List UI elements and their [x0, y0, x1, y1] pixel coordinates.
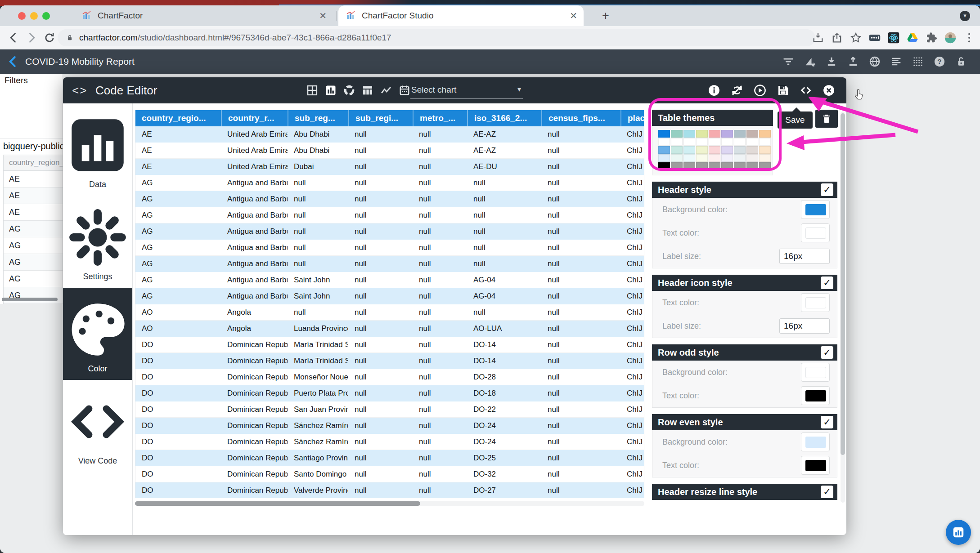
- color-swatch-button[interactable]: [801, 433, 830, 451]
- table-cell: null: [348, 401, 413, 417]
- table-cell: null: [541, 369, 620, 385]
- tab-close-icon[interactable]: ✕: [319, 10, 327, 21]
- theme-swatch-blue[interactable]: [658, 130, 670, 170]
- run-icon[interactable]: [753, 84, 767, 97]
- forward-icon[interactable]: [25, 31, 38, 44]
- reload-icon[interactable]: [43, 31, 56, 44]
- grid-chart-icon[interactable]: [306, 84, 319, 97]
- column-header[interactable]: sub_reg...: [288, 110, 348, 126]
- react-extension-icon[interactable]: [887, 31, 900, 44]
- tab-close-icon[interactable]: ✕: [570, 10, 577, 21]
- theme-swatch-lime[interactable]: [696, 130, 708, 170]
- profile-avatar[interactable]: [944, 31, 957, 44]
- color-swatch-button[interactable]: [801, 386, 830, 405]
- column-header[interactable]: plac...: [620, 110, 644, 126]
- theme-swatch-orange[interactable]: [759, 130, 771, 170]
- table-cell: null: [348, 353, 413, 369]
- window-close-button[interactable]: [18, 12, 26, 20]
- globe-icon[interactable]: [868, 55, 881, 68]
- section-enabled-checkbox[interactable]: ✓: [821, 183, 833, 196]
- color-swatch-button[interactable]: [801, 363, 830, 382]
- nav-item-settings[interactable]: Settings: [63, 196, 132, 288]
- label-size-input[interactable]: 16px: [779, 249, 830, 264]
- line-chart-icon[interactable]: [380, 84, 392, 97]
- theme-color-cell: [721, 138, 733, 146]
- theme-swatch-purple[interactable]: [721, 130, 733, 170]
- table-cell: Santiago Province: [288, 450, 348, 466]
- info-icon[interactable]: [707, 84, 721, 97]
- column-header[interactable]: iso_3166_2...: [467, 110, 541, 126]
- back-icon[interactable]: [7, 31, 20, 44]
- add-chart-fab[interactable]: [946, 520, 971, 545]
- tab-chartfactor[interactable]: ChartFactor ✕: [74, 5, 333, 26]
- tab-search-icon[interactable]: ▾: [960, 11, 970, 21]
- filter-icon[interactable]: [782, 55, 795, 68]
- password-extension-icon[interactable]: [868, 31, 881, 44]
- close-icon[interactable]: [822, 84, 836, 97]
- section-enabled-checkbox[interactable]: ✓: [821, 486, 833, 498]
- theme-color-cell: [734, 162, 746, 170]
- sync-disabled-icon[interactable]: [730, 84, 744, 97]
- column-header[interactable]: country_r...: [221, 110, 288, 126]
- code-editor-modal: <> Code Editor Select chart ▾ DataSettin…: [63, 77, 846, 535]
- scrollbar-thumb[interactable]: [135, 501, 420, 506]
- column-header[interactable]: sub_regi...: [348, 110, 413, 126]
- scrollbar-thumb[interactable]: [841, 113, 845, 455]
- label-size-input[interactable]: 16px: [779, 318, 830, 334]
- column-header[interactable]: metro_...: [413, 110, 467, 126]
- table-cell: AG: [135, 256, 221, 272]
- bookmark-star-icon[interactable]: [850, 31, 862, 44]
- upload-icon[interactable]: [847, 55, 859, 68]
- table-chart-icon[interactable]: [361, 84, 374, 97]
- menu-kebab-icon[interactable]: [963, 31, 976, 44]
- sidebar-horizontal-scrollbar[interactable]: [2, 298, 58, 301]
- color-swatch-button[interactable]: [801, 293, 830, 312]
- help-icon[interactable]: ?: [933, 55, 946, 68]
- theme-swatch-pink[interactable]: [709, 130, 720, 170]
- donut-chart-icon[interactable]: [343, 84, 355, 97]
- nav-item-data[interactable]: Data: [63, 103, 132, 196]
- window-zoom-button[interactable]: [42, 12, 50, 20]
- app-back-icon[interactable]: [6, 55, 20, 68]
- bar-chart-icon[interactable]: [324, 84, 337, 97]
- grid-horizontal-scrollbar[interactable]: [135, 501, 644, 506]
- theme-swatch-slate[interactable]: [734, 130, 746, 170]
- share-icon[interactable]: [831, 31, 843, 44]
- list-icon[interactable]: [890, 55, 903, 68]
- column-header[interactable]: country_regio...: [135, 110, 221, 126]
- table-cell: ChIJ: [620, 126, 644, 143]
- field-label: Text color:: [662, 391, 699, 401]
- color-swatch-button[interactable]: [801, 200, 830, 219]
- select-chart-dropdown[interactable]: Select chart ▾: [410, 83, 523, 98]
- delete-theme-button[interactable]: [815, 110, 838, 128]
- new-tab-button[interactable]: +: [598, 9, 613, 23]
- section-enabled-checkbox[interactable]: ✓: [821, 276, 833, 289]
- address-bar[interactable]: chartfactor.com/studio/dashboard.html#/9…: [58, 29, 815, 46]
- table-cell: null: [413, 321, 467, 337]
- nav-item-view-code[interactable]: View Code: [63, 380, 132, 472]
- install-icon[interactable]: [812, 31, 824, 44]
- section-enabled-checkbox[interactable]: ✓: [821, 346, 833, 359]
- column-header[interactable]: census_fips...: [541, 110, 620, 126]
- chart-settings-icon[interactable]: [804, 55, 816, 68]
- color-swatch-button[interactable]: [801, 456, 830, 475]
- table-cell: null: [348, 207, 413, 223]
- download-icon[interactable]: [825, 55, 838, 68]
- save-icon[interactable]: [776, 84, 790, 97]
- theme-swatch-teal[interactable]: [671, 130, 683, 170]
- drive-extension-icon[interactable]: [906, 31, 919, 44]
- panel-vertical-scrollbar[interactable]: [841, 111, 845, 503]
- modal-header: <> Code Editor Select chart ▾: [63, 77, 846, 103]
- extensions-puzzle-icon[interactable]: [925, 31, 938, 44]
- section-enabled-checkbox[interactable]: ✓: [821, 416, 833, 428]
- nav-item-color[interactable]: Color: [63, 288, 132, 380]
- lock-icon[interactable]: [955, 55, 967, 68]
- grid-dots-icon[interactable]: [912, 55, 924, 68]
- tab-chartfactor-studio[interactable]: ChartFactor Studio ✕: [338, 5, 584, 26]
- color-swatch-button[interactable]: [801, 223, 830, 242]
- window-minimize-button[interactable]: [30, 12, 38, 20]
- view-code-icon[interactable]: [799, 84, 813, 97]
- calendar-chart-icon[interactable]: [398, 84, 411, 97]
- theme-swatch-cyan[interactable]: [683, 130, 695, 170]
- theme-swatch-taupe[interactable]: [746, 130, 758, 170]
